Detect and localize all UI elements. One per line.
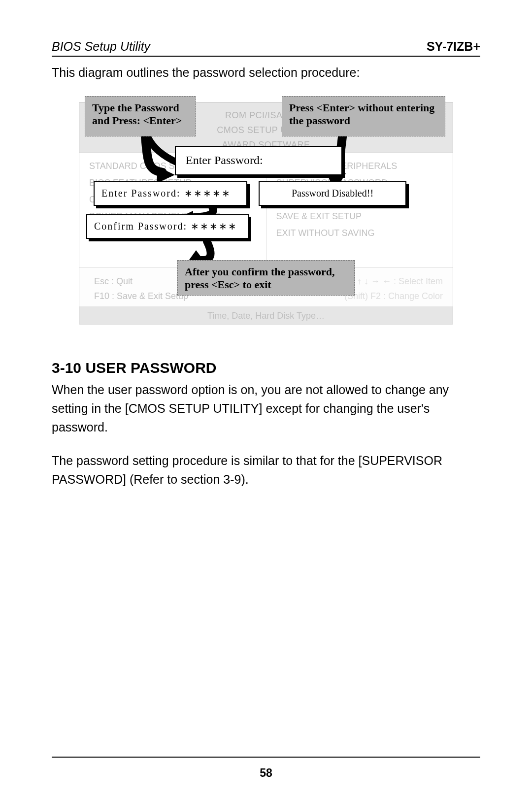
bios-item: SAVE & EXIT SETUP <box>276 208 443 225</box>
enter-password-stars-dialog: Enter Password: ∗∗∗∗∗ <box>94 181 247 206</box>
section-paragraph-2: The password setting procedure is simila… <box>52 451 480 489</box>
section-heading: 3-10 USER PASSWORD <box>52 360 480 376</box>
confirm-password-stars: Confirm Password: ∗∗∗∗∗ <box>94 221 237 232</box>
bottom-rule <box>52 757 480 758</box>
section-paragraph-1: When the user password option is on, you… <box>52 380 480 436</box>
bios-footer-esc: Esc : Quit <box>94 274 133 289</box>
page-number: 58 <box>0 766 532 780</box>
header-right: SY-7IZB+ <box>427 39 480 54</box>
bios-footer-color: (Shift) F2 : Change Color <box>344 289 443 303</box>
page-header: BIOS Setup Utility SY-7IZB+ <box>52 39 480 57</box>
callout-after-confirm-text: After you confirm the password, press <E… <box>185 266 335 291</box>
bios-footer-f10: F10 : Save & Exit Setup <box>94 289 188 303</box>
intro-text: This diagram outlines the password selec… <box>52 66 480 80</box>
password-disabled-text: Password Disabled!! <box>292 188 373 199</box>
enter-password-stars: Enter Password: ∗∗∗∗∗ <box>101 188 231 199</box>
bios-footer-bar: Time, Date, Hard Disk Type… <box>79 306 453 325</box>
bios-item: EXIT WITHOUT SAVING <box>276 225 443 241</box>
confirm-password-dialog: Confirm Password: ∗∗∗∗∗ <box>86 214 249 239</box>
callout-type-password-text: Type the Password and Press: <Enter> <box>92 101 182 127</box>
header-left: BIOS Setup Utility <box>52 39 150 54</box>
password-diagram: ROM PCI/ISA BIOS CMOS SETUP UTILITY AWAR… <box>79 94 453 330</box>
callout-press-enter-text: Press <Enter> without entering the passw… <box>289 101 434 127</box>
enter-password-label: Enter Password: <box>186 154 263 166</box>
bios-footer-select: ↑ ↓ → ← : Select Item <box>357 274 443 289</box>
callout-press-enter: Press <Enter> without entering the passw… <box>282 96 445 136</box>
enter-password-dialog: Enter Password: <box>175 146 342 175</box>
callout-after-confirm: After you confirm the password, press <E… <box>177 260 355 296</box>
callout-type-password: Type the Password and Press: <Enter> <box>85 96 196 136</box>
password-disabled-dialog: Password Disabled!! <box>259 181 406 206</box>
